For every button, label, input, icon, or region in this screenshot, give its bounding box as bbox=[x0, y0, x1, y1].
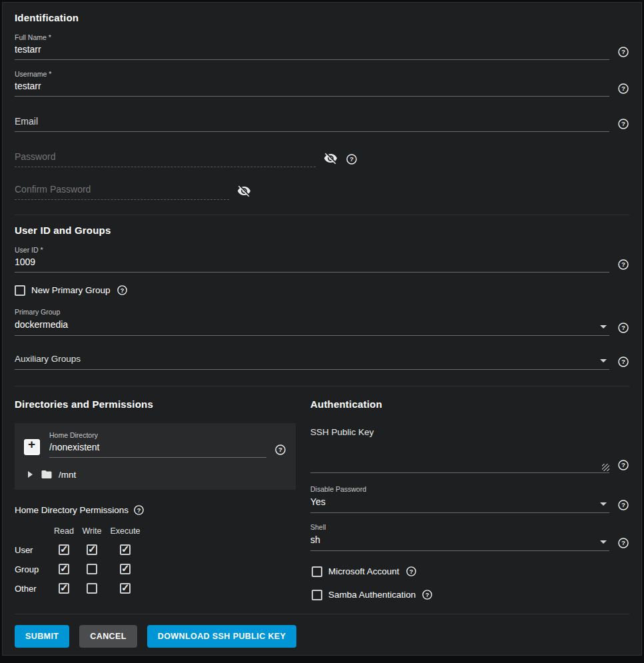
other-execute-checkbox[interactable] bbox=[120, 583, 131, 594]
column-directories: Directories and Permissions Home Directo… bbox=[15, 398, 310, 600]
disable-password-field: Disable Password Yes ? bbox=[310, 485, 629, 513]
user-id-field: User ID * ? bbox=[15, 246, 629, 273]
section-identification: Identification Full Name * ? Username * … bbox=[3, 3, 641, 218]
help-icon[interactable]: ? bbox=[274, 444, 286, 456]
visibility-off-icon[interactable] bbox=[324, 151, 338, 165]
disable-password-select[interactable]: Yes bbox=[310, 494, 609, 513]
confirm-password-input[interactable] bbox=[15, 182, 229, 200]
user-id-input[interactable] bbox=[15, 255, 609, 273]
divider bbox=[15, 386, 629, 386]
download-ssh-public-key-button[interactable]: DOWNLOAD SSH PUBLIC KEY bbox=[147, 625, 297, 648]
full-name-label: Full Name * bbox=[15, 33, 609, 41]
svg-text:?: ? bbox=[409, 568, 413, 575]
svg-text:?: ? bbox=[120, 287, 124, 294]
shell-select[interactable]: sh bbox=[310, 532, 609, 551]
chevron-down-icon bbox=[600, 359, 607, 362]
svg-text:?: ? bbox=[137, 507, 141, 514]
auxiliary-groups-field: Auxiliary Groups ? bbox=[15, 350, 629, 370]
perm-col-write: Write bbox=[77, 526, 107, 536]
help-icon[interactable]: ? bbox=[117, 285, 128, 296]
new-primary-group-label: New Primary Group bbox=[31, 285, 111, 295]
new-primary-group-checkbox[interactable] bbox=[15, 285, 25, 296]
permissions-table: Read Write Execute User Group Other bbox=[15, 526, 296, 594]
help-icon[interactable]: ? bbox=[617, 537, 629, 549]
shell-field: Shell sh ? bbox=[310, 523, 629, 551]
resize-handle[interactable] bbox=[602, 464, 609, 471]
email-input[interactable] bbox=[15, 114, 609, 132]
perm-row-other: Other bbox=[15, 584, 51, 594]
samba-authentication-checkbox[interactable] bbox=[312, 590, 322, 600]
help-icon[interactable]: ? bbox=[617, 322, 629, 334]
svg-text:?: ? bbox=[621, 358, 625, 365]
svg-text:?: ? bbox=[621, 539, 625, 546]
home-directory-browser: Home Directory ? /mnt bbox=[15, 423, 296, 490]
help-icon[interactable]: ? bbox=[133, 504, 145, 516]
other-read-checkbox[interactable] bbox=[59, 583, 69, 594]
help-icon[interactable]: ? bbox=[617, 356, 629, 368]
svg-text:?: ? bbox=[621, 120, 625, 127]
confirm-password-field bbox=[15, 182, 629, 200]
section-directories-authentication: Directories and Permissions Home Directo… bbox=[3, 389, 641, 600]
auxiliary-groups-select[interactable]: Auxiliary Groups bbox=[15, 350, 609, 370]
divider bbox=[15, 215, 629, 215]
help-icon[interactable]: ? bbox=[617, 459, 629, 471]
primary-group-select[interactable]: dockermedia bbox=[15, 317, 609, 336]
shell-label: Shell bbox=[310, 523, 609, 531]
permissions-header: Home Directory Permissions ? bbox=[15, 504, 296, 516]
permissions-title: Home Directory Permissions bbox=[15, 505, 129, 515]
svg-text:?: ? bbox=[621, 261, 625, 268]
home-directory-input[interactable] bbox=[49, 440, 266, 458]
user-id-groups-title: User ID and Groups bbox=[15, 225, 629, 236]
svg-text:?: ? bbox=[426, 592, 430, 598]
group-read-checkbox[interactable] bbox=[59, 564, 69, 574]
disable-password-value: Yes bbox=[310, 496, 326, 507]
group-write-checkbox[interactable] bbox=[87, 564, 97, 574]
help-icon[interactable]: ? bbox=[406, 566, 417, 577]
submit-button[interactable]: SUBMIT bbox=[15, 625, 69, 648]
ssh-public-key-textarea[interactable] bbox=[310, 437, 609, 473]
full-name-input[interactable] bbox=[15, 42, 609, 60]
svg-text:?: ? bbox=[621, 85, 625, 92]
new-primary-group-checkbox-row[interactable]: New Primary Group ? bbox=[15, 285, 629, 296]
user-execute-checkbox[interactable] bbox=[120, 544, 131, 555]
cancel-button[interactable]: CANCEL bbox=[79, 625, 137, 648]
help-icon[interactable]: ? bbox=[617, 259, 629, 271]
primary-group-field: Primary Group dockermedia ? bbox=[15, 308, 629, 336]
visibility-off-icon[interactable] bbox=[237, 184, 251, 198]
samba-authentication-checkbox-row[interactable]: Samba Authentication ? bbox=[310, 589, 629, 600]
help-icon[interactable]: ? bbox=[422, 589, 433, 600]
tree-item-label: /mnt bbox=[59, 470, 76, 480]
microsoft-account-checkbox-row[interactable]: Microsoft Account ? bbox=[310, 566, 629, 577]
identification-title: Identification bbox=[15, 12, 629, 23]
section-user-id-groups: User ID and Groups User ID * ? New Prima… bbox=[3, 218, 641, 389]
ssh-public-key-field: ? bbox=[310, 437, 629, 473]
help-icon[interactable]: ? bbox=[617, 83, 629, 95]
microsoft-account-checkbox[interactable] bbox=[312, 566, 322, 577]
svg-text:?: ? bbox=[621, 461, 625, 468]
other-write-checkbox[interactable] bbox=[87, 583, 97, 594]
user-write-checkbox[interactable] bbox=[87, 544, 97, 555]
help-icon[interactable]: ? bbox=[617, 118, 629, 130]
primary-group-value: dockermedia bbox=[15, 319, 68, 330]
svg-text:?: ? bbox=[621, 48, 625, 55]
svg-text:?: ? bbox=[350, 155, 354, 163]
group-execute-checkbox[interactable] bbox=[120, 564, 131, 574]
caret-right-icon[interactable] bbox=[28, 471, 33, 478]
user-read-checkbox[interactable] bbox=[59, 544, 69, 555]
help-icon[interactable]: ? bbox=[617, 499, 629, 511]
svg-text:?: ? bbox=[621, 501, 625, 508]
microsoft-account-label: Microsoft Account bbox=[328, 566, 400, 576]
username-label: Username * bbox=[15, 70, 609, 78]
help-icon[interactable]: ? bbox=[617, 46, 629, 58]
perm-col-read: Read bbox=[51, 526, 77, 536]
chevron-down-icon bbox=[600, 502, 607, 506]
user-id-label: User ID * bbox=[15, 246, 609, 254]
add-folder-icon[interactable] bbox=[24, 439, 40, 455]
full-name-field: Full Name * ? bbox=[15, 33, 629, 60]
tree-item-mnt[interactable]: /mnt bbox=[24, 468, 286, 480]
username-input[interactable] bbox=[15, 79, 609, 97]
help-icon[interactable]: ? bbox=[346, 153, 358, 165]
password-input[interactable] bbox=[15, 149, 316, 167]
home-directory-label: Home Directory bbox=[49, 431, 266, 439]
password-field: ? bbox=[15, 149, 629, 167]
